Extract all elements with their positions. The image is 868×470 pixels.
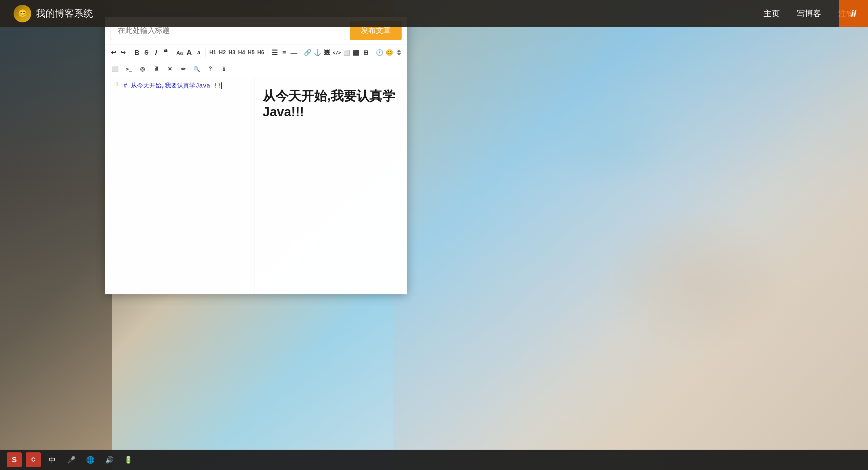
sep-1 bbox=[130, 48, 130, 57]
text-cursor bbox=[221, 82, 222, 89]
line-text-1: # 从今天开始,我要认真学Java!!! bbox=[123, 82, 221, 89]
link-button[interactable]: 🔗 bbox=[304, 46, 312, 59]
taskbar-volume-icon[interactable]: 🔊 bbox=[102, 452, 117, 467]
redo-button[interactable]: ↪ bbox=[119, 46, 127, 59]
editor-body: 1 # 从今天开始,我要认真学Java!!! 从今天开始,我要认真学Java!!… bbox=[105, 77, 407, 294]
code-block-button[interactable]: ⬜ bbox=[343, 46, 351, 59]
editor-source-pane[interactable]: 1 # 从今天开始,我要认真学Java!!! bbox=[105, 77, 254, 294]
code-inline-button[interactable]: </> bbox=[332, 46, 341, 59]
line-number-1: 1 bbox=[109, 81, 119, 90]
h6-button[interactable]: H6 bbox=[257, 46, 265, 59]
font-case-button[interactable]: Aa bbox=[175, 46, 184, 59]
nav-home[interactable]: 主页 bbox=[764, 8, 780, 19]
toolbar-row-1: ↩ ↪ B S I ❝ Aa A a H1 H2 H3 H4 H5 H6 ☰ ≡… bbox=[105, 44, 407, 61]
anchor-button[interactable]: ⚓ bbox=[313, 46, 322, 59]
search-button[interactable]: 🔍 bbox=[191, 63, 203, 75]
table-button[interactable]: ⊞ bbox=[362, 46, 370, 59]
datetime-button[interactable]: 🕐 bbox=[375, 46, 384, 59]
strike-button[interactable]: S bbox=[142, 46, 151, 59]
line-content-1: # 从今天开始,我要认真学Java!!! bbox=[123, 81, 250, 90]
taskbar-battery-icon[interactable]: 🔋 bbox=[121, 452, 136, 467]
sep-3 bbox=[206, 48, 206, 57]
quote-button[interactable]: ❝ bbox=[161, 46, 170, 59]
taskbar-s-icon[interactable]: S bbox=[7, 452, 22, 467]
h3-button[interactable]: H3 bbox=[228, 46, 236, 59]
ul-button[interactable]: ☰ bbox=[271, 46, 279, 59]
avatar: 😊 bbox=[14, 5, 31, 22]
image-button[interactable]: 🖼 bbox=[323, 46, 331, 59]
toolbar: ↩ ↪ B S I ❝ Aa A a H1 H2 H3 H4 H5 H6 ☰ ≡… bbox=[105, 44, 407, 77]
editor-container: 发布文章 ↩ ↪ B S I ❝ Aa A a H1 H2 H3 H4 H5 H… bbox=[105, 17, 407, 294]
bold-button[interactable]: B bbox=[133, 46, 141, 59]
taskbar-lang-icon[interactable]: 中 bbox=[45, 452, 60, 467]
toolbar-row-2: ⬜ >_ ◎ 🖥 ✕ ✏ 🔍 ? ℹ bbox=[105, 61, 407, 77]
italic-button[interactable]: I bbox=[152, 46, 160, 59]
font-big-button[interactable]: A bbox=[185, 46, 193, 59]
sep-6 bbox=[373, 48, 373, 57]
h2-button[interactable]: H2 bbox=[218, 46, 226, 59]
top-right-indicator: iI bbox=[839, 0, 868, 27]
sep-4 bbox=[268, 48, 268, 57]
font-small-button[interactable]: a bbox=[195, 46, 203, 59]
bg-right-anime bbox=[393, 0, 868, 470]
nav-brand: 😊 我的博客系统 bbox=[14, 5, 764, 22]
preview-heading-1: 从今天开始,我要认真学Java!!! bbox=[263, 87, 399, 119]
editor-preview-pane: 从今天开始,我要认真学Java!!! bbox=[254, 77, 407, 294]
navbar: 😊 我的博客系统 主页 写博客 注销 bbox=[0, 0, 868, 27]
preview-code-button[interactable]: ◎ bbox=[136, 63, 149, 75]
top-right-label: iI bbox=[851, 8, 856, 19]
hr-button[interactable]: — bbox=[290, 46, 298, 59]
h5-button[interactable]: H5 bbox=[247, 46, 255, 59]
editor-line-1: 1 # 从今天开始,我要认真学Java!!! bbox=[109, 81, 250, 90]
highlight-button[interactable]: ✏ bbox=[177, 63, 189, 75]
taskbar: S C 中 🎤 🌐 🔊 🔋 bbox=[0, 450, 868, 470]
help-button[interactable]: ? bbox=[204, 63, 216, 75]
h1-button[interactable]: H1 bbox=[209, 46, 217, 59]
taskbar-network-icon[interactable]: 🌐 bbox=[83, 452, 98, 467]
info-button[interactable]: ℹ bbox=[218, 63, 230, 75]
site-title: 我的博客系统 bbox=[36, 7, 93, 20]
close-preview-button[interactable]: ✕ bbox=[163, 63, 176, 75]
fullscreen-button[interactable]: ⬜ bbox=[109, 63, 121, 75]
desktop-button[interactable]: 🖥 bbox=[150, 63, 162, 75]
ol-button[interactable]: ≡ bbox=[280, 46, 288, 59]
h4-button[interactable]: H4 bbox=[237, 46, 246, 59]
terminal-button[interactable]: >_ bbox=[123, 63, 135, 75]
sep-2 bbox=[173, 48, 173, 57]
undo-button[interactable]: ↩ bbox=[109, 46, 117, 59]
taskbar-mic-icon[interactable]: 🎤 bbox=[64, 452, 79, 467]
taskbar-csdn-icon[interactable]: C bbox=[26, 452, 41, 467]
nav-write[interactable]: 写博客 bbox=[797, 8, 821, 19]
copyright-button[interactable]: © bbox=[395, 46, 403, 59]
emoji-button[interactable]: 😊 bbox=[385, 46, 393, 59]
sep-5 bbox=[301, 48, 301, 57]
code-block2-button[interactable]: ⬛ bbox=[352, 46, 360, 59]
